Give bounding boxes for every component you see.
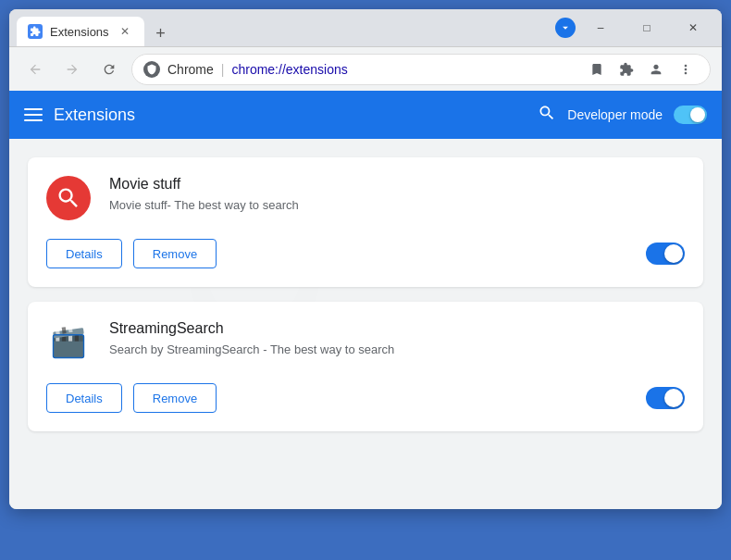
extension-actions: Details Remove bbox=[46, 239, 685, 268]
site-security-icon bbox=[143, 61, 160, 78]
extensions-header: Extensions Developer mode bbox=[9, 91, 722, 139]
url-separator: | bbox=[221, 62, 225, 77]
profile-dropdown[interactable] bbox=[555, 18, 576, 38]
bookmark-button[interactable] bbox=[584, 56, 610, 82]
extension-top: Movie stuff Movie stuff- The best way to… bbox=[46, 176, 685, 220]
tab-area: Extensions ✕ + bbox=[17, 9, 551, 46]
extension-card-movie-stuff: Movie stuff Movie stuff- The best way to… bbox=[28, 157, 703, 287]
forward-button[interactable] bbox=[57, 55, 87, 84]
developer-mode-toggle[interactable] bbox=[674, 106, 707, 124]
hamburger-line-1 bbox=[24, 108, 43, 110]
streaming-search-info: StreamingSearch Search by StreamingSearc… bbox=[109, 320, 685, 359]
movie-toggle-knob bbox=[664, 244, 683, 263]
svg-rect-8 bbox=[75, 335, 79, 342]
tab-close-btn[interactable]: ✕ bbox=[117, 23, 133, 40]
page-content: rish.com Movie stuff Movie stuff- The be… bbox=[9, 139, 722, 509]
movie-stuff-toggle[interactable] bbox=[646, 243, 685, 265]
extensions-button[interactable] bbox=[613, 56, 639, 82]
hamburger-line-3 bbox=[24, 119, 43, 121]
streaming-search-icon bbox=[46, 320, 91, 365]
back-button[interactable] bbox=[20, 55, 50, 84]
title-bar: Extensions ✕ + – □ ✕ bbox=[9, 9, 722, 46]
active-tab[interactable]: Extensions ✕ bbox=[17, 17, 144, 46]
extension-actions: Details Remove bbox=[46, 383, 685, 413]
toggle-knob bbox=[690, 107, 705, 122]
header-right: Developer mode bbox=[538, 104, 707, 127]
window-controls: – □ ✕ bbox=[555, 14, 714, 42]
streaming-search-toggle[interactable] bbox=[646, 387, 685, 409]
address-actions bbox=[584, 56, 699, 82]
extension-card-streaming-search: StreamingSearch Search by StreamingSearc… bbox=[28, 302, 703, 431]
movie-stuff-remove-btn[interactable]: Remove bbox=[133, 239, 217, 268]
developer-mode-label: Developer mode bbox=[567, 107, 663, 122]
streaming-search-remove-btn[interactable]: Remove bbox=[133, 383, 217, 413]
movie-stuff-details-btn[interactable]: Details bbox=[46, 239, 122, 268]
extension-top: StreamingSearch Search by StreamingSearc… bbox=[46, 320, 685, 365]
streaming-toggle-knob bbox=[664, 389, 683, 407]
movie-stuff-info: Movie stuff Movie stuff- The best way to… bbox=[109, 176, 685, 215]
address-bar[interactable]: Chrome | chrome://extensions bbox=[131, 54, 711, 85]
streaming-search-desc: Search by StreamingSearch - The best way… bbox=[109, 341, 685, 359]
movie-stuff-desc: Movie stuff- The best way to search bbox=[109, 196, 685, 215]
hamburger-line-2 bbox=[24, 114, 43, 116]
search-button[interactable] bbox=[538, 104, 556, 127]
movie-stuff-name: Movie stuff bbox=[109, 176, 685, 193]
streaming-search-name: StreamingSearch bbox=[109, 320, 685, 337]
extensions-page-title: Extensions bbox=[54, 106, 135, 125]
chrome-menu-button[interactable] bbox=[673, 56, 699, 82]
url-label: Chrome bbox=[167, 62, 214, 77]
movie-stuff-icon bbox=[46, 176, 91, 220]
tab-label: Extensions bbox=[50, 25, 109, 39]
navigation-bar: Chrome | chrome://extensions bbox=[9, 46, 722, 91]
close-button[interactable]: ✕ bbox=[672, 14, 714, 42]
tab-favicon bbox=[28, 24, 43, 39]
url-path: chrome://extensions bbox=[231, 62, 347, 77]
browser-window: Extensions ✕ + – □ ✕ bbox=[9, 9, 722, 509]
minimize-button[interactable]: – bbox=[579, 14, 622, 42]
maximize-button[interactable]: □ bbox=[626, 14, 668, 42]
new-tab-button[interactable]: + bbox=[148, 20, 174, 46]
hamburger-menu[interactable] bbox=[24, 108, 43, 121]
profile-button[interactable] bbox=[643, 56, 669, 82]
refresh-button[interactable] bbox=[94, 55, 124, 84]
streaming-search-details-btn[interactable]: Details bbox=[46, 383, 122, 413]
